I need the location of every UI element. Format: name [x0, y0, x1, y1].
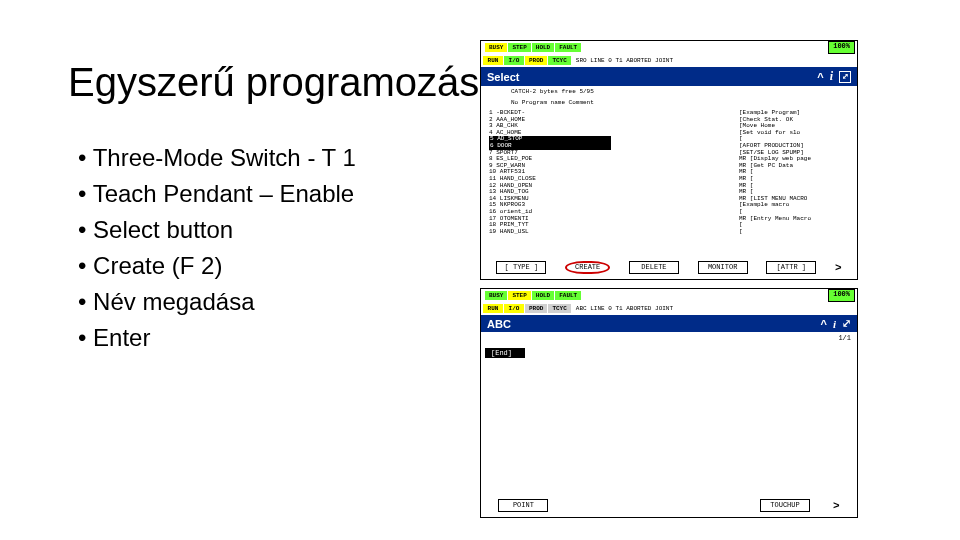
prog-row[interactable]: 8 ES_LED_POE [489, 156, 739, 163]
bullet-list: Three-Mode Switch - T 1 Teach Pendant – … [78, 140, 356, 356]
badge-io: I/O [504, 304, 524, 313]
line-counter: 1/1 [481, 332, 857, 344]
badge-step: STEP [508, 43, 530, 52]
status-line: ABC LINE 0 T1 ABORTED JOINT [576, 305, 673, 312]
select-titlebar: Select ^ i ⤢ [481, 67, 857, 86]
fn-more-icon[interactable]: > [833, 499, 840, 512]
bullet-5: Név megadása [78, 284, 356, 320]
badge-run: RUN [483, 304, 503, 313]
fn-delete[interactable]: DELETE [629, 261, 679, 274]
prog-comment: [ [739, 229, 849, 236]
function-key-bar: POINT TOUCHUP > [481, 497, 857, 514]
prog-comment: MR [ [739, 169, 849, 176]
prog-row[interactable]: 4 AC_HOME [489, 130, 739, 137]
badge-tcyc: TCYC [548, 56, 570, 65]
badge-tcyc: TCYC [548, 304, 570, 313]
status-line: SRO LINE 0 T1 ABORTED JOINT [576, 57, 673, 64]
prog-row[interactable]: 19 HAND_USL [489, 229, 739, 236]
badge-step: STEP [508, 291, 530, 300]
abc-titlebar: ABC ^ i ⤢ [481, 315, 857, 332]
abc-title: ABC [487, 318, 511, 330]
badge-run: RUN [483, 56, 503, 65]
pendant-abc-screenshot: BUSY STEP HOLD FAULT 100% RUN I/O PROD T… [480, 288, 858, 518]
badge-prod: PROD [525, 56, 547, 65]
badge-fault: FAULT [555, 291, 581, 300]
fn-touchup[interactable]: TOUCHUP [760, 499, 810, 512]
info-icon: i [830, 69, 833, 84]
caret-icon: ^ [821, 318, 827, 330]
badge-hold: HOLD [532, 43, 554, 52]
speed-pct: 100% [828, 289, 855, 302]
fn-monitor[interactable]: MONITOR [698, 261, 748, 274]
badge-busy: BUSY [485, 43, 507, 52]
pendant-select-screenshot: BUSY STEP HOLD FAULT 100% RUN I/O PROD T… [480, 40, 858, 280]
fn-type[interactable]: [ TYPE ] [496, 261, 546, 274]
bullet-4: Create (F 2) [78, 248, 356, 284]
badge-fault: FAULT [555, 43, 581, 52]
program-list[interactable]: 1 -BCKEDT- 2 AAA_HOME 3 AB_CHK 4 AC_HOME… [481, 108, 857, 237]
speed-pct: 100% [828, 41, 855, 54]
bullet-1: Three-Mode Switch - T 1 [78, 140, 356, 176]
fn-more-icon[interactable]: > [835, 261, 842, 274]
status-badges-top: BUSY STEP HOLD FAULT [483, 41, 583, 54]
prog-comment: MR [Get PC Data [739, 163, 849, 170]
prog-row[interactable]: 3 AB_CHK [489, 123, 739, 130]
badge-hold: HOLD [532, 291, 554, 300]
fn-create[interactable]: CREATE [565, 261, 610, 274]
function-key-bar: [ TYPE ] CREATE DELETE MONITOR [ATTR ] > [481, 259, 857, 276]
program-head: CATCH-2 bytes free 5/95 [481, 86, 857, 97]
info-icon: i [833, 318, 836, 330]
prog-comment: MR [Entry Menu Macro [739, 216, 849, 223]
badge-busy: BUSY [485, 291, 507, 300]
bullet-2: Teach Pendant – Enable [78, 176, 356, 212]
prog-row[interactable]: 2 AAA_HOME [489, 117, 739, 124]
slide-title: Egyszerű programozás [68, 60, 479, 105]
bullet-6: Enter [78, 320, 356, 356]
status-badges-top: BUSY STEP HOLD FAULT [483, 289, 583, 302]
prog-row[interactable]: 14 LISKMENU [489, 196, 739, 203]
program-cols: No Program name Comment [481, 97, 857, 108]
prog-comment: [Example macro [739, 202, 849, 209]
fn-point[interactable]: POINT [498, 499, 548, 512]
prog-comment: [ [739, 222, 849, 229]
fn-attr[interactable]: [ATTR ] [766, 261, 816, 274]
prog-comment: [Set void for slo [739, 130, 849, 137]
prog-row[interactable]: 9 SCP_WARN [489, 163, 739, 170]
prog-comment: MR [ [739, 183, 849, 190]
expand-icon[interactable]: ⤢ [839, 71, 851, 83]
badge-io: I/O [504, 56, 524, 65]
caret-icon: ^ [817, 71, 823, 83]
select-title: Select [487, 71, 519, 83]
prog-comment: MR [ [739, 176, 849, 183]
prog-row[interactable]: 1 -BCKEDT- [489, 110, 739, 117]
expand-icon[interactable]: ⤢ [842, 317, 851, 330]
bullet-3: Select button [78, 212, 356, 248]
status-badges-bottom: RUN I/O PROD TCYC SRO LINE 0 T1 ABORTED … [481, 54, 857, 67]
badge-prod: PROD [525, 304, 547, 313]
program-end-line[interactable]: [End] [485, 348, 525, 358]
status-badges-bottom: RUN I/O PROD TCYC ABC LINE 0 T1 ABORTED … [481, 302, 857, 315]
